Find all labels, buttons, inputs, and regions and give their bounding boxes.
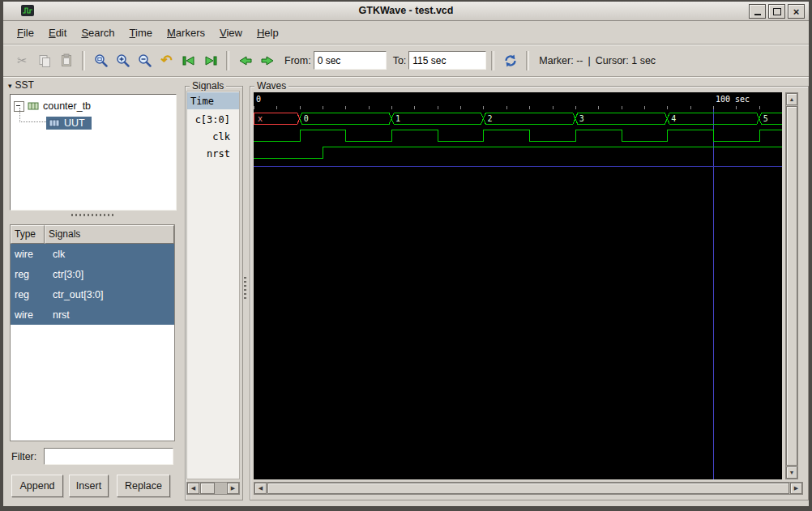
toolbar-separator — [226, 51, 229, 70]
cursor-status: Cursor: 1 sec — [596, 55, 656, 66]
scrollbar-thumb[interactable] — [786, 106, 797, 466]
marker-status: Marker: -- — [539, 55, 583, 66]
table-row[interactable]: reg ctr[3:0] — [11, 264, 174, 284]
maximize-icon — [773, 8, 781, 15]
scroll-left-button[interactable]: ◀ — [254, 483, 267, 494]
zoom-undo-icon: ↶ — [160, 53, 172, 67]
minimize-icon — [754, 14, 761, 15]
button-label: Insert — [76, 480, 101, 492]
reload-button[interactable] — [499, 49, 521, 71]
signal-label[interactable]: c[3:0] — [187, 111, 239, 128]
button-label: Append — [19, 480, 54, 492]
svg-text:x: x — [258, 114, 263, 123]
pane-splitter-handle[interactable] — [244, 277, 246, 301]
insert-button[interactable]: Insert — [69, 475, 109, 497]
close-button[interactable]: × — [788, 4, 805, 19]
svg-text:4: 4 — [671, 114, 676, 123]
replace-button[interactable]: Replace — [117, 475, 170, 497]
from-input[interactable] — [314, 51, 387, 70]
zoom-undo-button[interactable]: ↶ — [156, 49, 177, 71]
signal-label[interactable]: nrst — [187, 145, 239, 162]
signals-hscrollbar[interactable]: ◀ ▶ — [186, 482, 240, 495]
fetch-left-button[interactable] — [177, 49, 199, 71]
pane-splitter-handle[interactable] — [71, 214, 113, 216]
svg-text:1: 1 — [395, 114, 400, 123]
signal-type: wire — [11, 249, 49, 260]
signals-frame-title: Signals — [190, 80, 226, 92]
arrow-up-icon: ▲ — [789, 96, 795, 102]
fast-left-icon — [180, 53, 198, 68]
fetch-right-button[interactable] — [199, 49, 221, 71]
scroll-right-button[interactable]: ▶ — [227, 483, 239, 494]
scroll-right-button[interactable]: ▶ — [790, 483, 802, 494]
zoom-fit-icon — [93, 53, 109, 69]
zoom-in-button[interactable] — [112, 49, 134, 71]
zoom-fit-button[interactable] — [90, 49, 112, 71]
arrow-down-icon: ▼ — [789, 470, 795, 475]
cut-button[interactable]: ✂ — [11, 49, 33, 71]
wave-canvas[interactable]: 0100 secx012345 — [254, 92, 782, 479]
menu-help[interactable]: Help — [250, 23, 286, 42]
status-divider: | — [588, 55, 591, 66]
signal-name: ctr_out[3:0] — [49, 289, 104, 300]
append-button[interactable]: Append — [11, 475, 63, 497]
menu-view[interactable]: View — [212, 23, 250, 42]
svg-text:5: 5 — [763, 114, 768, 123]
svg-text:0: 0 — [256, 95, 261, 104]
copy-icon — [37, 53, 52, 68]
signals-name-panel[interactable]: Time c[3:0] clk nrst — [186, 91, 240, 479]
svg-text:0: 0 — [304, 114, 309, 123]
waves-hscrollbar[interactable]: ◀ ▶ — [254, 482, 803, 495]
column-header-type[interactable]: Type — [11, 225, 45, 244]
arrow-right-icon: ▶ — [231, 485, 235, 492]
menubar: File Edit Search Time Markers View Help — [3, 21, 809, 44]
svg-text:3: 3 — [579, 114, 584, 123]
menu-file[interactable]: File — [10, 23, 41, 42]
to-input[interactable] — [408, 51, 486, 70]
right-arrow-icon — [259, 53, 276, 68]
signal-list: Type Signals wire clk reg ctr[3:0] reg c… — [10, 224, 175, 441]
arrow-left-icon: ◀ — [191, 485, 195, 492]
titlebar[interactable]: GTKWave - test.vcd × — [3, 2, 809, 21]
column-header-signals[interactable]: Signals — [45, 225, 174, 244]
scroll-down-button[interactable]: ▼ — [786, 466, 797, 479]
zoom-out-button[interactable] — [134, 49, 156, 71]
menu-markers[interactable]: Markers — [160, 23, 212, 42]
fast-right-icon — [202, 53, 220, 68]
tree-node-label: UUT — [64, 117, 85, 129]
scrollbar-thumb[interactable] — [267, 483, 789, 494]
sst-tree: counter_tb UUT — [10, 94, 177, 211]
filter-input[interactable] — [44, 448, 173, 465]
signal-label[interactable]: clk — [187, 128, 239, 145]
module-icon — [49, 118, 60, 128]
waves-vscrollbar[interactable]: ▲ ▼ — [785, 92, 798, 479]
menu-time[interactable]: Time — [122, 23, 160, 42]
table-row[interactable]: reg ctr_out[3:0] — [11, 284, 174, 304]
shift-left-button[interactable] — [234, 49, 256, 71]
sst-label: SST — [15, 79, 34, 91]
table-row[interactable]: wire clk — [11, 244, 174, 264]
tree-node-label: counter_tb — [43, 100, 91, 112]
maximize-button[interactable] — [768, 4, 785, 19]
reload-icon — [502, 53, 519, 69]
filter-label: Filter: — [11, 451, 36, 462]
table-row[interactable]: wire nrst — [11, 304, 174, 325]
minimize-button[interactable] — [749, 4, 766, 19]
tree-node-uut[interactable]: UUT — [46, 116, 92, 130]
svg-text:2: 2 — [487, 114, 492, 123]
signal-name: ctr[3:0] — [49, 269, 83, 280]
paste-button[interactable] — [55, 49, 77, 71]
scrollbar-thumb[interactable] — [200, 483, 215, 494]
scroll-up-button[interactable]: ▲ — [786, 93, 797, 105]
scroll-left-button[interactable]: ◀ — [187, 483, 199, 494]
waves-frame-title: Waves — [254, 80, 288, 92]
sst-expander[interactable]: ▾SST — [8, 79, 34, 91]
shift-right-button[interactable] — [256, 49, 278, 71]
menu-search[interactable]: Search — [74, 23, 122, 42]
signal-type: reg — [11, 269, 49, 280]
toolbar-separator — [491, 51, 494, 70]
zoom-out-icon — [137, 53, 153, 69]
menu-edit[interactable]: Edit — [41, 23, 74, 42]
signal-type: reg — [11, 289, 49, 300]
copy-button[interactable] — [33, 49, 55, 71]
